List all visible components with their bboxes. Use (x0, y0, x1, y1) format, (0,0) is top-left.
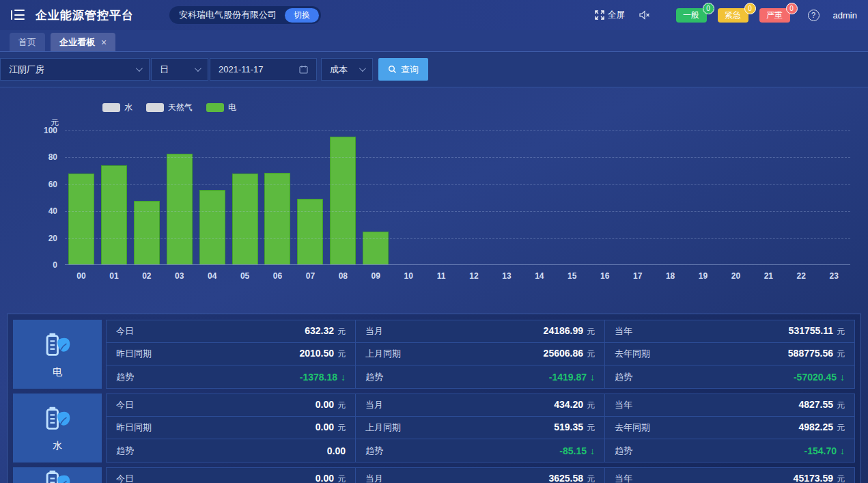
cell-label: 趋势 (116, 445, 134, 457)
trend-down-icon: ↓ (341, 372, 346, 383)
cell-value-wrap: 519.35元 (554, 422, 595, 434)
switch-company-button[interactable]: 切换 (285, 8, 319, 23)
bar (264, 173, 290, 264)
table-cell: 今日0.00元 (107, 394, 356, 417)
metric-select[interactable]: 成本 (321, 58, 373, 81)
cell-label: 上月同期 (365, 422, 401, 434)
trend-down-icon: ↓ (590, 372, 595, 383)
table-cell: 昨日同期0.00元 (107, 417, 356, 439)
cell-label: 上月同期 (365, 348, 401, 360)
bar-slot (556, 130, 589, 264)
y-tick-label: 20 (0, 234, 57, 243)
tab-close-icon[interactable]: × (101, 38, 107, 47)
bar-slot (229, 130, 262, 264)
bar-slot (98, 130, 130, 264)
cell-label: 当年 (615, 473, 632, 483)
bar (330, 137, 356, 264)
chevron-down-icon (136, 65, 143, 72)
tab-label: 企业看板 (59, 36, 95, 49)
cell-value: -154.70 (804, 445, 837, 456)
cell-value: 4827.55 (798, 399, 833, 410)
cell-value-wrap: 2010.50元 (299, 348, 346, 360)
battery-leaf-icon (42, 330, 73, 361)
cell-unit: 元 (837, 326, 845, 337)
cell-value: -57020.45 (794, 372, 837, 383)
cell-label: 昨日同期 (116, 422, 152, 434)
gridline (65, 184, 850, 185)
gridline (65, 130, 850, 131)
energy-card-icon-cell: 电 (13, 320, 102, 389)
cell-value-wrap: -57020.45↓ (794, 372, 845, 383)
gridline (65, 211, 850, 212)
cell-value-wrap: 45173.59元 (794, 473, 845, 483)
username[interactable]: admin (833, 10, 857, 20)
tab[interactable]: 首页 (10, 33, 45, 51)
cell-value: 0.00 (316, 473, 334, 483)
cell-label: 趋势 (365, 445, 383, 457)
cell-unit: 元 (337, 348, 346, 360)
legend-item[interactable]: 水 (102, 102, 132, 113)
energy-card-icon-cell: 水 (13, 394, 102, 463)
cell-value-wrap: 25606.86元 (544, 348, 595, 360)
energy-card-table: 今日0.00元当月434.20元当年4827.55元昨日同期0.00元上月同期5… (106, 394, 855, 463)
table-cell: 去年同期588775.56元 (605, 343, 854, 365)
energy-card-row: 电今日632.32元当月24186.99元当年531755.11元昨日同期201… (13, 320, 855, 389)
period-select[interactable]: 日 (151, 58, 208, 81)
site-select[interactable]: 江阴厂房 (0, 58, 150, 81)
table-cell: 当月434.20元 (356, 394, 605, 417)
cell-value-wrap: -154.70↓ (804, 445, 845, 456)
legend-swatch (146, 103, 164, 112)
help-icon[interactable]: ? (808, 10, 820, 21)
fullscreen-button[interactable]: 全屏 (595, 9, 626, 21)
cell-value-wrap: 0.00元 (316, 399, 346, 411)
table-cell: 当月3625.58元 (356, 468, 605, 483)
cell-label: 昨日同期 (116, 348, 152, 360)
cell-value: 4982.25 (798, 422, 833, 432)
x-tick-label: 05 (229, 271, 262, 281)
cell-value-wrap: 0.00元 (316, 422, 346, 434)
bar-slot (458, 130, 490, 264)
date-value: 2021-11-17 (219, 64, 264, 74)
table-cell: 今日632.32元 (107, 320, 356, 343)
alarm-count-badge: 0 (703, 3, 714, 14)
energy-card-row: 水今日0.00元当月434.20元当年4827.55元昨日同期0.00元上月同期… (13, 394, 855, 463)
bar (232, 174, 258, 264)
gridline (65, 157, 850, 158)
y-tick-label: 40 (0, 206, 57, 216)
legend-item[interactable]: 天然气 (146, 102, 193, 113)
table-cell: 趋势0.00 (107, 439, 356, 462)
menu-collapse-icon[interactable] (11, 10, 25, 20)
mute-button[interactable] (639, 10, 650, 20)
date-input[interactable]: 2021-11-17 (210, 58, 317, 81)
bar-slot (262, 130, 294, 264)
cell-value: 25606.86 (544, 348, 583, 359)
trend-down-icon: ↓ (840, 445, 845, 456)
table-cell: 当年531755.11元 (605, 320, 854, 343)
tab[interactable]: 企业看板× (51, 33, 115, 51)
cell-value: 531755.11 (789, 325, 833, 336)
bar-slot (589, 130, 621, 264)
search-button[interactable]: 查询 (378, 58, 428, 81)
bar-slot (326, 130, 359, 264)
x-tick-label: 08 (326, 271, 359, 281)
cell-unit: 元 (587, 400, 595, 411)
alarm-pill[interactable]: 一般0 (676, 8, 707, 23)
cell-label: 当年 (615, 325, 632, 337)
cell-value-wrap: -1378.18↓ (300, 372, 346, 383)
cell-unit: 元 (587, 473, 595, 483)
energy-card-table: 今日632.32元当月24186.99元当年531755.11元昨日同期2010… (106, 320, 855, 389)
bar-slot (425, 130, 458, 264)
cell-value-wrap: 0.00 (327, 445, 346, 456)
bar (297, 199, 323, 264)
alarm-pill[interactable]: 严重0 (759, 8, 790, 23)
cell-value: 2010.50 (299, 348, 334, 359)
legend-item[interactable]: 电 (206, 102, 236, 113)
bar-slot (490, 130, 523, 264)
cell-unit: 元 (837, 400, 845, 411)
cell-value-wrap: -1419.87↓ (549, 372, 595, 383)
search-button-label: 查询 (401, 64, 419, 76)
x-tick-label: 11 (425, 271, 458, 281)
cell-unit: 元 (587, 422, 595, 434)
x-tick-label: 23 (817, 271, 850, 281)
alarm-pill[interactable]: 紧急0 (718, 8, 748, 23)
